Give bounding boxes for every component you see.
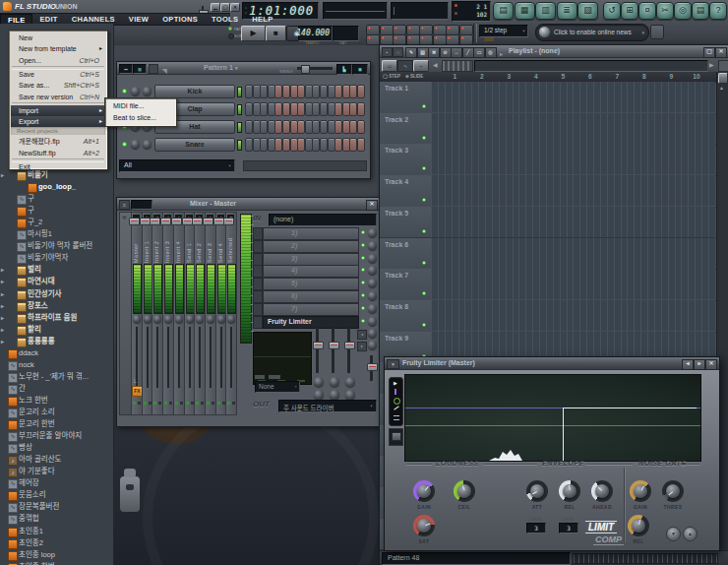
plugin-next-button[interactable]: ▸ — [694, 359, 705, 370]
track-grid-cell[interactable] — [431, 113, 715, 144]
file-menu-item[interactable]: 개운해졌다.flpAlt+1 — [11, 136, 105, 147]
expand-arrow-icon[interactable]: ▸ — [1, 276, 7, 287]
cut-button[interactable]: ✂ — [656, 2, 674, 20]
pattern-title[interactable]: Pattern 1 ▾ — [204, 62, 237, 74]
slot-options-button[interactable] — [253, 278, 263, 290]
rack-prev-button[interactable]: ⟷ — [119, 64, 133, 74]
knob-ahead[interactable] — [591, 480, 613, 502]
stop-button[interactable]: ■ — [266, 26, 286, 41]
step-cell[interactable] — [245, 85, 253, 98]
strip-pan-knob[interactable] — [196, 315, 204, 323]
paint-tool-icon[interactable]: ▧ — [417, 47, 429, 58]
step-cell[interactable] — [282, 120, 290, 134]
step-cell[interactable] — [260, 120, 268, 134]
strip-fader-track[interactable] — [156, 327, 158, 388]
fx-slot[interactable]: 7) — [263, 303, 359, 316]
fx-slot-led[interactable] — [361, 256, 365, 260]
expand-arrow-icon[interactable]: ▸ — [1, 169, 7, 181]
delete-tool-icon[interactable]: ✖ — [428, 47, 440, 58]
mixer-close-button[interactable]: ✕ — [366, 200, 378, 211]
toggle-mixer-button[interactable]: ▧ — [577, 2, 598, 20]
strip-pan-knob[interactable] — [227, 315, 235, 323]
stereo-sep-knob[interactable] — [368, 329, 377, 338]
limiter-display[interactable] — [404, 374, 701, 462]
browser-item[interactable]: ∿중꺾헙 — [0, 513, 113, 525]
browser-item[interactable]: ∿마시핑1 — [0, 228, 113, 240]
eq-gain-knob[interactable] — [368, 341, 377, 349]
knob-ceil[interactable] — [454, 480, 475, 502]
channel-mute-led[interactable] — [237, 140, 242, 151]
step-cell[interactable] — [334, 138, 342, 152]
dock-left-button[interactable]: ◂ — [357, 330, 367, 340]
att-curve-value[interactable]: 3 — [526, 523, 546, 534]
strip-fader-handle[interactable] — [182, 218, 193, 225]
fx-slot-knob[interactable] — [368, 279, 377, 287]
mute-tool-icon[interactable]: ⊘ — [440, 47, 452, 58]
fx-slot-knob[interactable] — [368, 241, 377, 250]
file-menu-item[interactable]: Open...Ctrl+O — [11, 55, 105, 66]
track-name-cell[interactable]: Track 2 — [380, 113, 432, 144]
swing-slider[interactable] — [297, 67, 333, 70]
browser-item[interactable]: ▸할리 — [0, 324, 113, 336]
fx-slot-led[interactable] — [361, 243, 365, 247]
file-menu-item[interactable]: New — [11, 32, 105, 43]
mixer-menu-button[interactable]: ≡ — [119, 200, 130, 210]
step-cell[interactable] — [245, 120, 253, 134]
preset-up-button[interactable]: ▲ — [683, 527, 698, 541]
undo-button[interactable]: ↺ — [603, 2, 621, 20]
expand-arrow-icon[interactable]: ▸ — [1, 312, 7, 324]
playlist-track-row[interactable]: Track 3 — [380, 144, 716, 176]
knob-gain[interactable] — [413, 480, 435, 502]
strip-pan-knob[interactable] — [217, 315, 225, 323]
eq-band-slider[interactable] — [347, 328, 350, 373]
maximize-button[interactable]: ▢ — [220, 3, 230, 12]
browser-item[interactable]: 초인종 한번 — [0, 561, 113, 565]
draw-tool-icon[interactable]: ✎ — [405, 47, 417, 58]
pat-mode-led[interactable] — [228, 27, 232, 31]
keyboard-editor-button[interactable]: ▦ — [352, 64, 368, 75]
strip-pan-knob[interactable] — [133, 315, 141, 323]
playlist-track-row[interactable]: Track 8 — [380, 300, 716, 333]
browser-item[interactable]: ∿nock — [0, 359, 113, 371]
slope-icon[interactable] — [394, 406, 398, 409]
track-grid-cell[interactable] — [431, 269, 715, 299]
expand-arrow-icon[interactable]: ▸ — [1, 288, 7, 300]
step-cell[interactable] — [334, 120, 342, 134]
play-button[interactable]: ▶ — [241, 26, 266, 41]
slot-options-button[interactable] — [253, 240, 263, 253]
input-icon[interactable] — [394, 389, 396, 395]
step-cell[interactable] — [320, 138, 328, 152]
channel-enable-led[interactable] — [122, 89, 127, 94]
strip-fader-handle[interactable] — [192, 218, 203, 225]
track-mute-led[interactable] — [422, 136, 426, 140]
track-name-cell[interactable]: Track 7 — [380, 269, 432, 299]
fx-slot-limiter[interactable]: Fruity Limiter — [263, 316, 359, 329]
browser-item[interactable]: 노크 한번 — [0, 395, 113, 407]
mixer-strip[interactable]: SSelected — [225, 212, 237, 415]
output-icon[interactable] — [394, 398, 400, 405]
fx-slot[interactable]: 5) — [263, 278, 359, 290]
news-refresh-button[interactable] — [650, 25, 664, 39]
strip-fader-track[interactable] — [189, 327, 191, 388]
menubar-item-view[interactable]: VIEW — [122, 14, 155, 26]
slot-options-button[interactable] — [253, 253, 263, 266]
scroll-right-icon[interactable]: ▶ — [709, 61, 714, 68]
help-button[interactable]: ? — [709, 2, 727, 20]
automation-tab-button[interactable]: ⌁ — [413, 60, 429, 72]
knob-sat[interactable] — [413, 515, 435, 536]
tempo-display[interactable]: 140.000 — [298, 26, 333, 41]
eq-band-handle[interactable] — [344, 342, 355, 349]
fx-slot-led[interactable] — [361, 319, 365, 323]
step-cell[interactable] — [320, 102, 328, 116]
channel-enable-led[interactable] — [122, 142, 127, 147]
comp-mode-button[interactable]: COMP — [593, 534, 624, 545]
step-cell[interactable] — [282, 102, 290, 116]
eq-band-handle[interactable] — [329, 342, 339, 349]
menubar-item-options[interactable]: OPTIONS — [155, 14, 205, 26]
strip-fader-track[interactable] — [167, 327, 169, 388]
file-menu-item[interactable]: Save new versionCtrl+N — [11, 92, 105, 102]
fx-slot-knob[interactable] — [368, 291, 377, 300]
step-cell[interactable] — [245, 138, 253, 152]
pattern-scroll-bar[interactable] — [474, 60, 708, 72]
mixer-output-dropdown[interactable]: 주 사운드 드라이버 ▾ — [278, 400, 377, 412]
